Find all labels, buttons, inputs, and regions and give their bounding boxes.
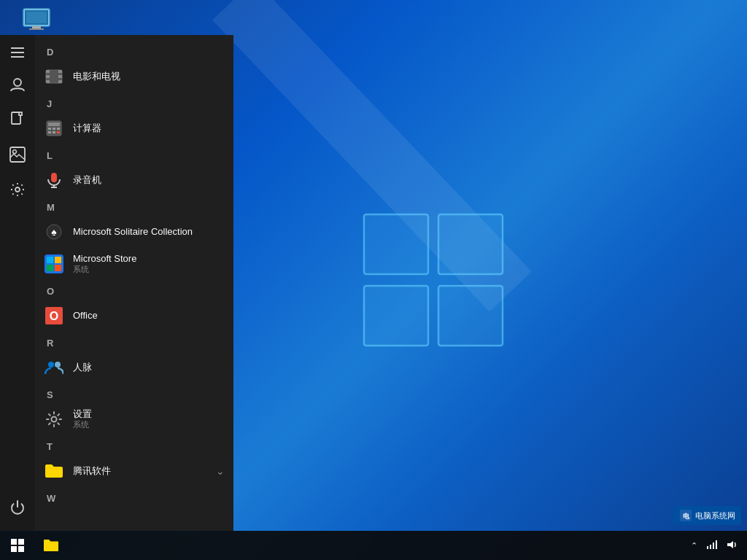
- app-name-solitaire: Microsoft Solitaire Collection: [73, 226, 225, 238]
- store-icon: [44, 254, 64, 274]
- app-item-office[interactable]: O Office: [35, 300, 233, 332]
- sidebar-icon-settings[interactable]: [0, 172, 35, 207]
- app-name-calc: 计算器: [73, 122, 225, 134]
- app-item-calc[interactable]: 计算器: [35, 112, 233, 144]
- svg-rect-52: [11, 546, 17, 552]
- section-letter-m: M: [35, 196, 233, 216]
- svg-rect-22: [58, 70, 62, 73]
- taskbar-volume[interactable]: [724, 540, 741, 551]
- section-letter-d: D: [35, 41, 233, 61]
- svg-rect-26: [58, 80, 62, 83]
- svg-rect-12: [29, 28, 44, 30]
- windows-start-icon: [10, 538, 25, 553]
- app-item-store[interactable]: Microsoft Store 系统: [35, 248, 233, 280]
- app-subtitle-settings: 系统: [73, 419, 225, 430]
- svg-marker-58: [727, 541, 733, 548]
- app-text-calc: 计算器: [73, 122, 225, 134]
- taskbar-chevron[interactable]: ⌃: [688, 541, 700, 551]
- svg-rect-50: [11, 539, 17, 545]
- folder-icon: [44, 461, 64, 481]
- start-sidebar: [0, 35, 35, 531]
- svg-rect-41: [47, 257, 53, 263]
- app-subtitle-store: 系统: [73, 264, 225, 275]
- thispc-icon: [22, 7, 51, 31]
- svg-rect-25: [46, 80, 50, 83]
- app-item-people[interactable]: 人脉: [35, 351, 233, 384]
- svg-rect-6: [438, 214, 503, 274]
- sidebar-icon-power[interactable]: [0, 490, 35, 525]
- hamburger-button[interactable]: [0, 38, 35, 67]
- sidebar-icon-user[interactable]: [0, 67, 35, 102]
- power-icon: [9, 499, 26, 516]
- app-item-recorder[interactable]: 录音机: [35, 164, 233, 196]
- svg-rect-11: [32, 26, 41, 28]
- svg-point-18: [13, 150, 17, 154]
- app-text-dianying: 电影和电视: [73, 71, 225, 82]
- app-item-solitaire[interactable]: ♠ Microsoft Solitaire Collection: [35, 216, 233, 248]
- section-letter-j: J: [35, 93, 233, 112]
- section-letter-w: W: [35, 487, 233, 507]
- settings-icon: [9, 182, 26, 198]
- svg-rect-32: [48, 131, 51, 133]
- start-button[interactable]: [0, 531, 35, 560]
- desktop: 此电脑: [0, 0, 747, 560]
- taskbar-file-explorer[interactable]: [35, 531, 67, 560]
- app-name-office: Office: [73, 310, 225, 322]
- app-item-tencent[interactable]: 腾讯软件 ⌄: [35, 455, 233, 487]
- app-item-settings[interactable]: 设置 系统: [35, 403, 233, 435]
- watermark-text: 电脑系统网: [695, 510, 735, 521]
- section-letter-r: R: [35, 332, 233, 351]
- svg-rect-23: [46, 75, 50, 78]
- app-item-dianying[interactable]: 电影和电视: [35, 61, 233, 93]
- app-text-tencent: 腾讯软件: [73, 465, 207, 477]
- tencent-expand-arrow: ⌄: [216, 465, 225, 477]
- app-text-office: Office: [73, 310, 225, 322]
- sidebar-icon-photos[interactable]: [0, 137, 35, 172]
- svg-rect-28: [48, 122, 60, 126]
- app-name-store: Microsoft Store: [73, 253, 225, 265]
- app-name-recorder: 录音机: [73, 174, 225, 186]
- svg-rect-34: [57, 131, 60, 133]
- svg-rect-16: [19, 112, 22, 115]
- section-letter-l: L: [35, 144, 233, 164]
- sidebar-icon-file[interactable]: [0, 102, 35, 137]
- svg-rect-29: [48, 128, 51, 130]
- app-text-settings: 设置 系统: [73, 408, 225, 431]
- watermark-icon: 电: [679, 509, 692, 522]
- taskbar-network[interactable]: [703, 540, 721, 551]
- svg-point-14: [14, 79, 21, 86]
- recorder-icon: [44, 170, 64, 190]
- svg-point-49: [52, 417, 57, 422]
- hamburger-line-2: [11, 52, 24, 53]
- svg-point-47: [48, 362, 54, 368]
- svg-rect-5: [364, 214, 428, 274]
- app-name-people: 人脉: [73, 362, 225, 373]
- svg-rect-56: [713, 542, 714, 549]
- svg-rect-13: [26, 12, 47, 23]
- app-text-store: Microsoft Store 系统: [73, 253, 225, 276]
- hamburger-line-3: [11, 56, 24, 58]
- photos-icon: [9, 147, 26, 163]
- watermark: 电 电脑系统网: [673, 506, 741, 525]
- section-letter-o: O: [35, 280, 233, 300]
- svg-rect-44: [55, 265, 61, 271]
- taskbar-right: ⌃: [688, 540, 747, 551]
- solitaire-icon: ♠: [44, 222, 64, 242]
- svg-rect-57: [716, 540, 717, 549]
- app-text-solitaire: Microsoft Solitaire Collection: [73, 226, 225, 238]
- file-icon: [10, 112, 25, 128]
- app-name-dianying: 电影和电视: [73, 71, 225, 82]
- svg-rect-55: [710, 545, 711, 549]
- svg-text:电: 电: [683, 513, 690, 520]
- people-icon: [44, 357, 64, 378]
- app-text-people: 人脉: [73, 362, 225, 373]
- app-name-settings: 设置: [73, 408, 225, 420]
- hamburger-line-1: [11, 47, 24, 49]
- section-letter-s: S: [35, 384, 233, 403]
- svg-rect-53: [18, 546, 24, 552]
- user-icon: [9, 77, 26, 93]
- svg-rect-24: [58, 75, 62, 78]
- svg-rect-8: [438, 286, 503, 346]
- network-icon: [706, 540, 718, 550]
- svg-text:♠: ♠: [51, 226, 57, 238]
